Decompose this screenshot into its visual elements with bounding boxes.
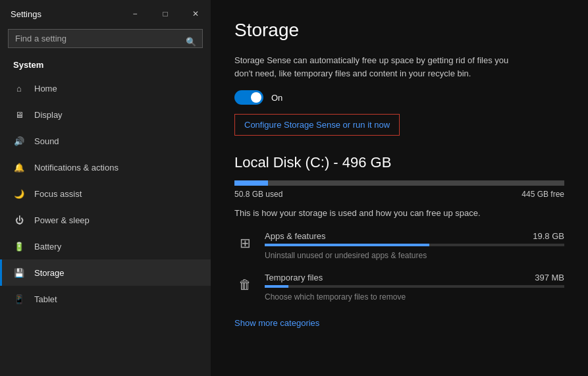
system-label: System — [0, 56, 211, 75]
storage-item-size-0: 19.8 GB — [533, 231, 564, 241]
storage-item: ⊞ Apps & features 19.8 GB Uninstall unus… — [234, 231, 564, 261]
storage-item-size-1: 397 MB — [535, 273, 564, 282]
storage-item-bar-1 — [265, 285, 564, 288]
storage-item-icon-1: 🗑 — [234, 274, 255, 295]
sidebar-item-label-home: Home — [34, 84, 57, 94]
sidebar-item-power[interactable]: ⏻ Power & sleep — [0, 207, 211, 233]
storage-item-header-1: Temporary files 397 MB — [265, 273, 564, 282]
storage-item: 🗑 Temporary files 397 MB Choose which te… — [234, 273, 564, 302]
storage-item-bar-fill-1 — [265, 285, 288, 288]
sidebar-nav: ⌂ Home 🖥 Display 🔊 Sound 🔔 Notifications… — [0, 75, 211, 312]
home-icon: ⌂ — [13, 82, 25, 94]
storage-item-icon-0: ⊞ — [234, 232, 255, 254]
disk-usage-bar — [234, 180, 564, 186]
show-more-link[interactable]: Show more categories — [234, 318, 319, 328]
storage-sense-toggle[interactable] — [234, 90, 263, 105]
sidebar-item-tablet[interactable]: 📱 Tablet — [0, 286, 211, 312]
storage-sense-description: Storage Sense can automatically free up … — [234, 54, 524, 80]
battery-icon: 🔋 — [13, 240, 25, 252]
disk-used-label: 50.8 GB used — [234, 190, 282, 199]
sidebar-item-battery[interactable]: 🔋 Battery — [0, 233, 211, 259]
window-title: Settings — [11, 9, 41, 19]
sidebar-item-home[interactable]: ⌂ Home — [0, 75, 211, 101]
sidebar-item-sound[interactable]: 🔊 Sound — [0, 128, 211, 154]
sidebar-item-label-power: Power & sleep — [34, 215, 90, 225]
sidebar-item-label-battery: Battery — [34, 242, 61, 252]
sound-icon: 🔊 — [13, 135, 25, 147]
sidebar-item-label-notifications: Notifications & actions — [34, 163, 119, 173]
disk-bar-fill — [234, 180, 268, 186]
disk-title: Local Disk (C:) - 496 GB — [234, 154, 564, 171]
storage-item-content-0: Apps & features 19.8 GB Uninstall unused… — [265, 231, 564, 261]
bell-icon: 🔔 — [13, 161, 25, 173]
power-icon: ⏻ — [13, 214, 25, 226]
toggle-row: On — [234, 90, 564, 105]
search-icon-button[interactable]: 🔍 — [184, 35, 198, 47]
sidebar-item-focus[interactable]: 🌙 Focus assist — [0, 180, 211, 207]
toggle-label: On — [271, 93, 282, 103]
minimize-button[interactable]: − — [120, 4, 150, 24]
storage-item-name-1[interactable]: Temporary files — [265, 273, 323, 282]
storage-items: ⊞ Apps & features 19.8 GB Uninstall unus… — [234, 231, 564, 302]
storage-icon: 💾 — [13, 267, 25, 279]
storage-item-name-0[interactable]: Apps & features — [265, 231, 326, 241]
storage-item-desc-0: Uninstall unused or undesired apps & fea… — [265, 251, 427, 260]
storage-item-bar-fill-0 — [265, 244, 429, 246]
sidebar-item-display[interactable]: 🖥 Display — [0, 101, 211, 128]
disk-info-text: This is how your storage is used and how… — [234, 208, 564, 218]
disk-free-label: 445 GB free — [521, 190, 564, 199]
storage-item-content-1: Temporary files 397 MB Choose which temp… — [265, 273, 564, 302]
configure-link[interactable]: Configure Storage Sense or run it now — [234, 114, 400, 136]
storage-item-header-0: Apps & features 19.8 GB — [265, 231, 564, 241]
sidebar-item-notifications[interactable]: 🔔 Notifications & actions — [0, 154, 211, 180]
sidebar-item-label-sound: Sound — [34, 136, 59, 146]
toggle-knob — [251, 92, 261, 103]
sidebar-item-label-focus: Focus assist — [34, 189, 82, 199]
tablet-icon: 📱 — [13, 293, 25, 305]
close-button[interactable]: ✕ — [180, 4, 211, 24]
sidebar-item-label-tablet: Tablet — [34, 294, 57, 304]
search-input[interactable] — [8, 29, 203, 48]
storage-item-desc-1: Choose which temporary files to remove — [265, 292, 406, 302]
page-title: Storage — [234, 20, 564, 41]
storage-item-bar-0 — [265, 244, 564, 246]
maximize-button[interactable]: □ — [150, 4, 180, 24]
main-panel: Storage Storage Sense can automatically … — [211, 0, 588, 376]
sidebar-item-storage[interactable]: 💾 Storage — [0, 259, 211, 286]
sidebar-item-label-storage: Storage — [34, 268, 65, 278]
sidebar-item-label-display: Display — [34, 110, 63, 120]
display-icon: 🖥 — [13, 109, 25, 121]
moon-icon: 🌙 — [13, 188, 25, 200]
disk-stats: 50.8 GB used 445 GB free — [234, 190, 564, 199]
